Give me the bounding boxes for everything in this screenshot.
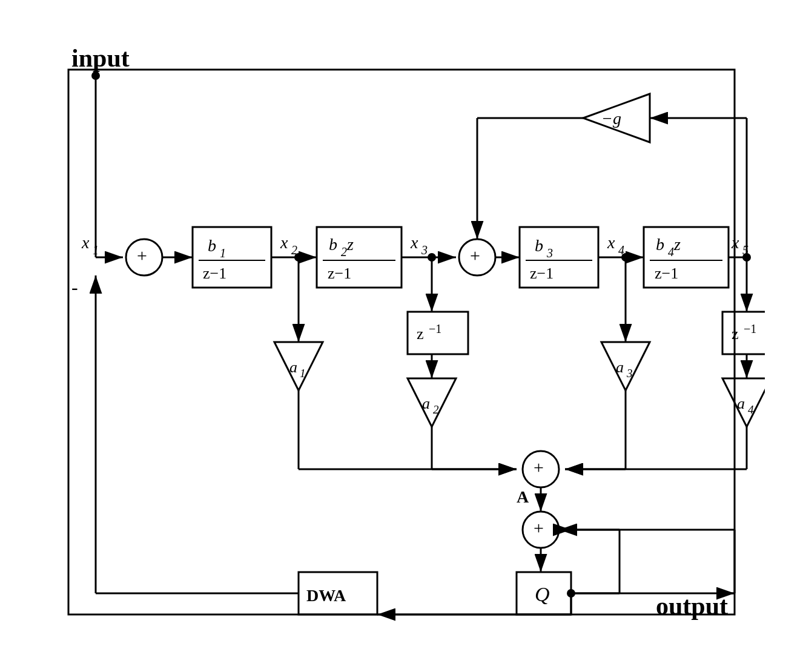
- svg-text:z−1: z−1: [655, 265, 678, 282]
- svg-text:Q: Q: [535, 583, 550, 605]
- svg-text:1: 1: [300, 367, 306, 380]
- svg-text:b: b: [329, 235, 337, 254]
- x4-label: x: [607, 233, 615, 252]
- svg-text:3: 3: [546, 246, 553, 260]
- svg-text:2: 2: [433, 403, 439, 416]
- svg-text:z−1: z−1: [203, 265, 226, 282]
- diagram: input + x 1 - b 1 z−1 x 2 b 2 z z−1 x 3 …: [38, 33, 765, 639]
- svg-text:−g: −g: [601, 109, 621, 128]
- a3-block: [601, 342, 650, 390]
- A-label: A: [517, 487, 529, 506]
- a1-block: [274, 342, 323, 390]
- svg-text:z: z: [346, 235, 354, 254]
- minus-label: -: [71, 276, 78, 298]
- svg-text:3: 3: [421, 243, 428, 257]
- input-label: input: [71, 44, 130, 72]
- svg-text:a: a: [422, 395, 430, 412]
- x3-label: x: [410, 233, 418, 252]
- svg-text:4: 4: [748, 403, 754, 416]
- svg-text:+: +: [470, 245, 480, 265]
- svg-text:+: +: [137, 245, 147, 265]
- svg-text:a: a: [289, 358, 297, 376]
- svg-text:−1: −1: [429, 322, 441, 335]
- svg-text:1: 1: [220, 246, 226, 260]
- svg-text:z: z: [673, 235, 681, 254]
- svg-text:−1: −1: [744, 322, 756, 335]
- svg-text:1: 1: [93, 243, 99, 257]
- svg-text:z: z: [417, 325, 424, 343]
- a2-block: [408, 378, 456, 427]
- svg-text:a: a: [737, 395, 745, 412]
- svg-text:b: b: [535, 236, 543, 255]
- svg-text:+: +: [534, 457, 544, 477]
- svg-text:a: a: [616, 358, 624, 376]
- svg-text:+: +: [534, 518, 544, 538]
- svg-text:z: z: [732, 325, 739, 343]
- svg-text:DWA: DWA: [306, 586, 346, 605]
- svg-text:4: 4: [668, 245, 674, 259]
- svg-text:b: b: [656, 235, 664, 254]
- svg-text:z−1: z−1: [530, 265, 554, 282]
- x5-label: x: [731, 233, 739, 252]
- svg-text:z−1: z−1: [328, 265, 351, 282]
- svg-text:b: b: [208, 236, 216, 255]
- x1-label: x: [81, 233, 90, 252]
- svg-text:2: 2: [341, 245, 347, 259]
- svg-text:3: 3: [626, 367, 633, 380]
- x2-label: x: [280, 233, 288, 252]
- output-label: output: [656, 592, 728, 620]
